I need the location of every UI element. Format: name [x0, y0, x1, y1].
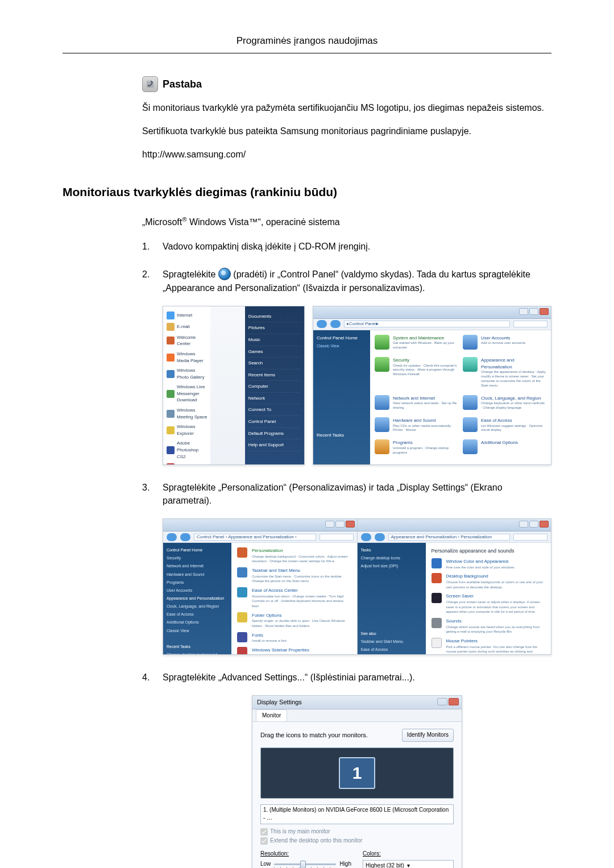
- colors-label: Colors:: [363, 850, 454, 858]
- screenshot-control-panel: ▸ Control Panel ▸ Control Panel Home Cla…: [313, 306, 551, 465]
- nav-back-icon: [317, 320, 327, 328]
- step-1: Vadovo kompaktinį diską įdėkite į CD-ROM…: [142, 240, 551, 253]
- page-header: Programinės įrangos naudojimas: [63, 34, 551, 53]
- step-2: Spragtelėkite (pradėti) ir „Control Pane…: [142, 268, 551, 464]
- section-intro: „Microsoft® Windows Vista™“, operacinė s…: [142, 215, 551, 229]
- monitor-preview[interactable]: 1: [260, 747, 454, 799]
- step-2-text-a: Spragtelėkite: [163, 269, 218, 279]
- note-para-2: Sertifikuota tvarkyklė bus pateikta Sams…: [142, 124, 551, 138]
- dialog-title: Display Settings: [257, 698, 302, 707]
- monitor-1-icon[interactable]: 1: [339, 757, 375, 789]
- note-title: Pastaba: [163, 77, 202, 92]
- resolution-label: Resolution:: [260, 850, 351, 858]
- step-4-text: Spragtelėkite „Advanced Settings...“ (Iš…: [163, 672, 415, 682]
- header-rule: [63, 53, 551, 53]
- screenshot-appearance-personalization: Control Panel › Appearance and Personali…: [163, 518, 551, 655]
- main-monitor-checkbox[interactable]: This is my main monitor: [260, 828, 454, 836]
- colors-select[interactable]: Highest (32 bit) ▾: [363, 860, 454, 868]
- step-1-text: Vadovo kompaktinį diską įdėkite į CD-ROM…: [163, 242, 370, 251]
- note-url: http://www.samsung.com/: [142, 148, 551, 161]
- step-4: Spragtelėkite „Advanced Settings...“ (Iš…: [142, 671, 551, 868]
- help-icon[interactable]: [437, 698, 447, 705]
- start-orb-icon: [218, 268, 231, 280]
- drag-label: Drag the icons to match your monitors.: [260, 731, 368, 740]
- note-block: Pastaba Ši monitoriaus tvarkyklė yra paž…: [142, 76, 551, 161]
- step-3-text: Spragtelėkite „Personalization“ (Persona…: [163, 483, 503, 505]
- step-3: Spragtelėkite „Personalization“ (Persona…: [142, 481, 551, 655]
- section-title: Monitoriaus tvarkyklės diegimas (rankini…: [63, 184, 551, 201]
- note-icon: [142, 76, 158, 92]
- tab-monitor[interactable]: Monitor: [256, 709, 287, 722]
- extend-desktop-checkbox[interactable]: Extend the desktop onto this monitor: [260, 837, 454, 845]
- identify-monitors-button[interactable]: Identify Monitors: [402, 729, 454, 742]
- note-para-1: Ši monitoriaus tvarkyklė yra pažymėta se…: [142, 101, 551, 114]
- nav-fwd-icon: [330, 320, 341, 328]
- close-icon[interactable]: [449, 698, 459, 705]
- resolution-slider[interactable]: Low High: [260, 860, 351, 868]
- monitor-select[interactable]: 1. (Multiple Monitors) on NVIDIA GeForce…: [260, 804, 454, 824]
- screenshot-start-menu: Internet E-mail Welcome Center Windows M…: [163, 306, 305, 465]
- screenshot-display-settings: Display Settings Monitor Drag the icons …: [252, 695, 462, 868]
